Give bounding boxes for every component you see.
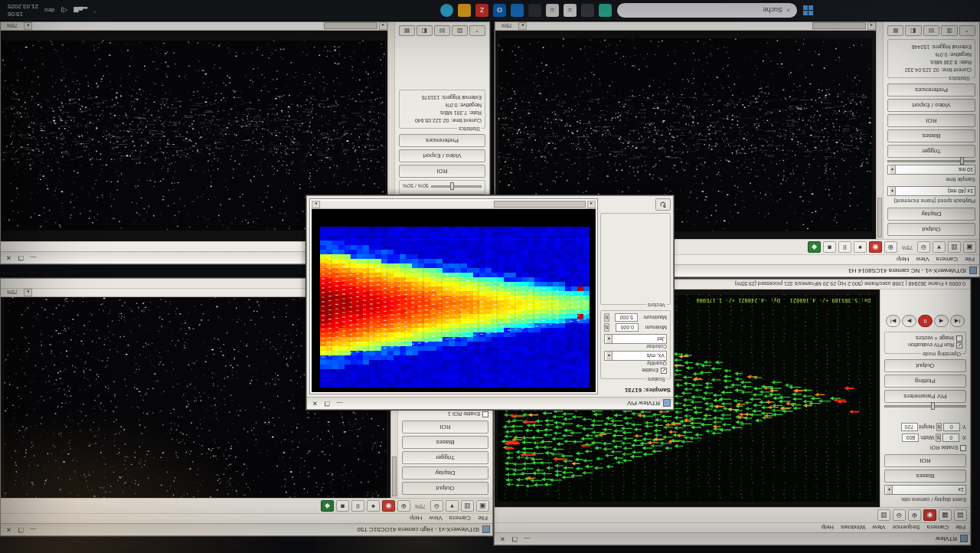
biases-button[interactable]: Biases: [402, 436, 488, 449]
close-button[interactable]: ✕: [497, 535, 508, 544]
grid-icon[interactable]: ▥: [877, 509, 890, 521]
speaker-icon[interactable]: ◁): [60, 7, 67, 14]
pause-button[interactable]: II: [918, 315, 933, 327]
menu-help[interactable]: Help: [822, 525, 834, 532]
output-button[interactable]: Output: [884, 359, 966, 372]
trigger-button[interactable]: Trigger: [402, 451, 488, 464]
menu-sequence[interactable]: Sequence: [893, 525, 920, 532]
zoom-in-icon[interactable]: ⊕: [397, 500, 410, 512]
menu-view[interactable]: View: [429, 515, 442, 522]
piv-parameters-button[interactable]: PIV Parameters: [884, 390, 966, 403]
refresh-icon[interactable]: ↻: [655, 198, 671, 211]
vertical-scrollbar[interactable]: [876, 22, 883, 239]
toggle-view-1[interactable]: ◔: [959, 25, 975, 36]
scroll-left-icon[interactable]: ◂: [867, 22, 876, 30]
toggle-view-2[interactable]: ▥: [452, 25, 468, 36]
output-button[interactable]: Output: [402, 482, 488, 495]
display-button[interactable]: Display: [402, 466, 488, 479]
x-input[interactable]: 0: [942, 434, 959, 442]
close-button[interactable]: ✕: [309, 399, 321, 408]
minimize-button[interactable]: —: [28, 525, 39, 535]
menu-view[interactable]: View: [916, 257, 929, 263]
outlook-icon[interactable]: O: [493, 4, 506, 17]
menu-file[interactable]: File: [956, 525, 965, 532]
image-icon[interactable]: ▦: [939, 509, 952, 521]
preferences-button[interactable]: Preferences: [887, 83, 975, 97]
maximum-input[interactable]: 5.000: [615, 313, 638, 322]
record-camera-icon[interactable]: ◉: [869, 241, 882, 253]
record-icon[interactable]: ●: [854, 241, 867, 253]
scroll-left-icon[interactable]: ◂: [379, 22, 387, 30]
notepad-icon[interactable]: ≡: [546, 4, 559, 17]
display-icon[interactable]: ▣: [476, 500, 489, 512]
video-export-button[interactable]: Video / Export: [399, 149, 485, 162]
toggle-view-1[interactable]: ◔: [469, 25, 485, 36]
piv-titlebar[interactable]: RTView — ❐ ✕: [495, 532, 970, 545]
camera-app-icon[interactable]: [599, 4, 612, 17]
zoom-in-icon[interactable]: ⊕: [884, 241, 897, 253]
width-input[interactable]: 800: [902, 434, 919, 442]
roi-button[interactable]: ROI: [887, 114, 975, 127]
live-camera-icon[interactable]: ◆: [808, 241, 821, 253]
zoom-out-icon[interactable]: ⊖: [430, 500, 443, 512]
pause-icon[interactable]: II: [838, 241, 851, 253]
output-button[interactable]: Output: [887, 223, 975, 236]
sample-time-select[interactable]: 10 ms ▾: [887, 165, 975, 175]
maximize-button[interactable]: ❐: [509, 535, 521, 544]
clock[interactable]: 15:06 21.03.2025: [8, 3, 38, 18]
close-button[interactable]: ✕: [3, 525, 15, 535]
zoom-out-icon[interactable]: ⊖: [893, 509, 906, 521]
file-explorer-icon[interactable]: [458, 4, 471, 17]
zoom-out-icon[interactable]: ⊖: [917, 241, 930, 253]
playback-speed-select[interactable]: 1x (40 ms) ▾: [887, 186, 975, 196]
menu-windows[interactable]: Windows: [841, 525, 865, 532]
minimum-spinner[interactable]: ⇅: [604, 323, 609, 332]
language-indicator[interactable]: deu: [44, 7, 54, 14]
start-button[interactable]: [802, 5, 813, 16]
toggle-view-5[interactable]: ▦: [399, 25, 415, 36]
enable-roi-checkbox[interactable]: [960, 445, 966, 451]
video-export-button[interactable]: Video / Export: [887, 99, 975, 112]
maximize-button[interactable]: ❐: [322, 399, 333, 408]
minimize-button[interactable]: —: [28, 254, 39, 263]
record-icon[interactable]: ●: [367, 500, 380, 512]
step-back-button[interactable]: ◀: [934, 315, 949, 327]
menu-camera[interactable]: Camera: [927, 525, 949, 532]
menu-file[interactable]: File: [478, 515, 488, 522]
record-camera-icon[interactable]: ◉: [923, 509, 936, 521]
tray-chevron-icon[interactable]: ˆ: [93, 7, 96, 14]
enable-roi-checkbox[interactable]: [482, 411, 488, 417]
maximize-button[interactable]: ❐: [15, 254, 27, 263]
toggle-view-5[interactable]: ▦: [887, 25, 903, 36]
event-display-select[interactable]: 1x ▾: [884, 485, 966, 495]
x-spinner[interactable]: ⇅: [936, 434, 941, 442]
maximum-spinner[interactable]: ⇅: [604, 313, 609, 322]
screen-view-icon[interactable]: [581, 4, 594, 17]
run-piv-checkbox[interactable]: ✓: [956, 342, 962, 348]
display-button[interactable]: Display: [887, 208, 975, 221]
maximize-button[interactable]: ❐: [15, 525, 27, 535]
biases-button[interactable]: Biases: [887, 129, 975, 142]
first-frame-button[interactable]: I◀: [950, 315, 965, 327]
dialog-horizontal-scrollbar[interactable]: ◂ ▸: [312, 201, 596, 209]
network-icon[interactable]: ▂▄▆: [74, 7, 87, 14]
stop-icon[interactable]: ■: [823, 241, 836, 253]
menu-help[interactable]: Help: [897, 257, 909, 263]
trigger-button[interactable]: Trigger: [887, 145, 975, 158]
display-icon[interactable]: ▣: [963, 241, 976, 253]
play-button[interactable]: ▶: [902, 315, 916, 327]
preferences-button[interactable]: Preferences: [399, 134, 485, 147]
z-app-icon[interactable]: Z: [475, 4, 488, 17]
notes-icon[interactable]: ≡: [564, 4, 577, 17]
filter-icon[interactable]: ▾: [446, 500, 459, 512]
rate-split-slider[interactable]: [431, 185, 482, 188]
biases-button[interactable]: Biases: [884, 470, 966, 483]
toggle-view-4[interactable]: ◧: [905, 25, 921, 36]
toggle-view-2[interactable]: ▥: [941, 25, 957, 36]
scroll-right-icon[interactable]: ▸: [312, 201, 320, 208]
camera-top-titlebar[interactable]: IDTViewerX-v1 - High camera 41OC51C T50 …: [1, 523, 492, 535]
last-frame-button[interactable]: ▶I: [886, 315, 900, 327]
y-spinner[interactable]: ⇅: [936, 423, 942, 431]
scroll-right-icon[interactable]: ▸: [518, 22, 527, 30]
sample-slider[interactable]: [887, 160, 975, 162]
